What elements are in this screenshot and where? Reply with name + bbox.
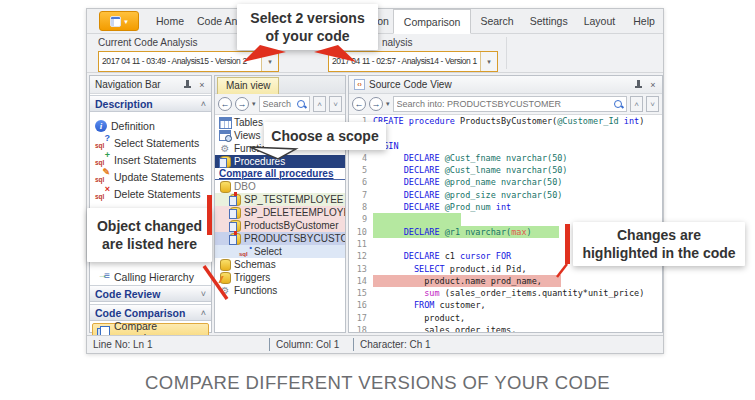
code-search-input[interactable] [394, 99, 613, 109]
version1-dropdown-button[interactable]: ▾ [261, 52, 278, 71]
pin-icon[interactable] [181, 79, 193, 91]
nav-item-definition[interactable]: iDefinition [90, 117, 211, 134]
section-header-code-review[interactable]: Code Review ˅ [90, 285, 211, 302]
navigation-bar-header: Navigation Bar × [90, 76, 211, 94]
tree-search-input[interactable] [260, 99, 296, 109]
tree-item-triggers[interactable]: Triggers [215, 271, 345, 284]
proc-icon [229, 207, 241, 218]
line-number: 18 [349, 324, 373, 332]
nav-item-update-statements[interactable]: sql✎Update Statements [90, 168, 211, 185]
ribbon-group-separator [506, 37, 507, 69]
gear-icon: ⚙ [219, 143, 231, 154]
chevron-up-icon: ˄ [201, 305, 206, 321]
search-icon[interactable] [613, 99, 624, 110]
proc-red-icon [229, 233, 241, 244]
tree-item-sp-testemployee[interactable]: SP_TESTEMPLOYEE [215, 193, 345, 206]
nav-item-delete-statements[interactable]: sql×Delete Statements [90, 185, 211, 202]
line-number: 10 [349, 226, 373, 238]
table-icon [219, 117, 231, 128]
proc-icon [229, 220, 241, 231]
main-view-toolbar: ← → ▾ ˄ ˅ [215, 94, 345, 115]
section-header-description[interactable]: Description ˄ [90, 95, 211, 112]
tree-item-select[interactable]: sql•Select [215, 245, 345, 258]
search-next-button[interactable]: ˅ [646, 96, 659, 112]
nav-item-select-statements[interactable]: sql?Select Statements [90, 134, 211, 151]
navigation-bar-panel: Navigation Bar × Description ˄ iDefiniti… [89, 75, 212, 333]
nav-item-insert-statements[interactable]: sql+Insert Statements [90, 151, 211, 168]
close-icon[interactable]: × [647, 79, 659, 91]
code-line-4: 4 DECLARE @Cust_fname nvarchar(50) [349, 152, 662, 164]
nav-item-calling-hierarchy[interactable]: →≡ Calling Hierarchy [90, 268, 211, 285]
callout-select-versions: Select 2 versions of your code [237, 4, 378, 50]
tree-item-procedures[interactable]: Procedures [215, 155, 345, 168]
code-line-16: 16 FROM customer, [349, 299, 662, 311]
forward-arrow-button[interactable]: → [369, 97, 383, 111]
tab-fragment-on: on [377, 9, 389, 33]
tab-home[interactable]: Home [151, 9, 189, 33]
line-number: 17 [349, 312, 373, 324]
search-icon[interactable] [296, 99, 307, 110]
tree-item-compare-all-procedures[interactable]: Compare all procedures [215, 168, 345, 181]
tab-layout[interactable]: Layout [579, 9, 621, 33]
app-menu-button[interactable]: ▾ [99, 11, 139, 31]
search-previous-button[interactable]: ˄ [313, 96, 326, 112]
code-line-5: 5 DECLARE @Cust_lname nvarchar(50) [349, 164, 662, 176]
navigation-bar-title: Navigation Bar [95, 79, 161, 90]
db-bolt-icon [219, 272, 231, 283]
line-number: 9 [349, 213, 373, 225]
callout-changes-highlighted: Changes are highlighted in the code [573, 222, 745, 266]
code-line-7: 7 DECLARE @prod_size nvarchar(50) [349, 189, 662, 201]
tab-settings[interactable]: Settings [525, 9, 573, 33]
group-label-current-analysis: Current Code Analysis [98, 37, 198, 48]
back-arrow-button[interactable]: ← [352, 97, 366, 111]
version1-combobox[interactable]: 2017 04 11 - 03:49 - Analysis15 - Versio… [98, 51, 279, 72]
main-view-panel: Main view ← → ▾ ˄ ˅ TablesViews⚙Function… [214, 75, 346, 333]
tab-search[interactable]: Search [475, 9, 518, 33]
tree-item-sp-deleteemployee[interactable]: SP_DELETEEMPLOYEE [215, 206, 345, 219]
code-line-2: 2as [349, 127, 662, 139]
definition-icon: i [95, 120, 107, 132]
code-search-box [393, 96, 627, 112]
close-icon[interactable]: × [196, 79, 208, 91]
search-next-button[interactable]: ˅ [329, 96, 342, 112]
code-line-3: 3BEGIN [349, 140, 662, 152]
view-icon [219, 130, 231, 141]
gear-icon: ⚙ [219, 285, 231, 296]
forward-arrow-button[interactable]: → [235, 97, 249, 111]
chevron-down-icon: ˅ [201, 286, 206, 302]
source-code-icon: ‹› [354, 79, 365, 90]
callout-object-changed: Object changed are listed here [87, 208, 212, 262]
tab-main-view[interactable]: Main view [217, 77, 279, 94]
proc-icon [219, 156, 231, 167]
code-line-14: 14 product.name prod_name, [349, 275, 662, 287]
code-line-15: 15 sum (sales_order_items.quantity*unit_… [349, 287, 662, 299]
code-line-18: 18 sales_order_items, [349, 324, 662, 332]
version2-dropdown-button[interactable]: ▾ [480, 52, 497, 71]
history-caret-icon[interactable]: ▾ [386, 100, 390, 108]
search-previous-button[interactable]: ˄ [630, 96, 643, 112]
sql-q-icon: sql• [239, 246, 251, 257]
line-number: 7 [349, 189, 373, 201]
history-caret-icon[interactable]: ▾ [252, 100, 256, 108]
chevron-up-icon: ˄ [201, 96, 206, 112]
group-label-compare-analysis-fragment: nalysis [382, 37, 413, 48]
code-line-8: 8 DECLARE @Prod_num int [349, 201, 662, 213]
line-number: 16 [349, 299, 373, 311]
tree-item-schemas[interactable]: Schemas [215, 258, 345, 271]
source-code-view-header: ‹› Source Code View × [349, 76, 662, 94]
code-line-6: 6 DECLARE @prod_name nvarchar(50) [349, 176, 662, 188]
section-header-code-comparison[interactable]: Code Comparison ˄ [90, 304, 211, 321]
tree-item-functions[interactable]: ⚙Functions [215, 284, 345, 297]
line-number: 12 [349, 250, 373, 262]
status-column: Column: Col 1 [269, 338, 353, 351]
pin-icon[interactable] [632, 79, 644, 91]
tab-help[interactable]: Help [628, 9, 660, 33]
app-menu-caret-icon: ▾ [124, 18, 128, 25]
tree-item-productsbycustomer[interactable]: PRODUCTSBYCUSTOMER [215, 232, 345, 245]
back-arrow-button[interactable]: ← [218, 97, 232, 111]
tree-search-box [259, 96, 310, 112]
green-diff-highlight: DECLARE @r1 nvarchar(max) [373, 226, 559, 238]
version2-combobox[interactable]: 2017 04 11 - 02:57 - Analysis14 - Versio… [328, 51, 498, 72]
tab-comparison[interactable]: Comparison [393, 9, 472, 34]
code-line-17: 17 product, [349, 312, 662, 324]
